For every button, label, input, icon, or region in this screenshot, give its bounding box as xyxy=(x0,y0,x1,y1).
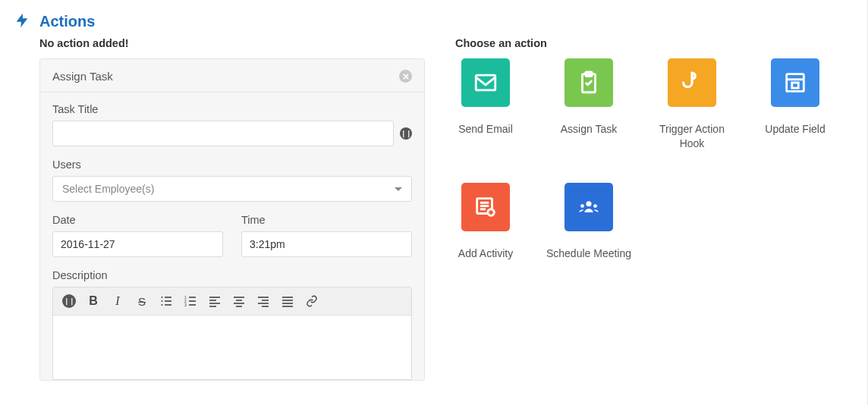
users-select[interactable]: Select Employee(s) xyxy=(52,176,412,202)
tile-label: Trigger Action Hook xyxy=(646,122,737,151)
task-title-field: Task Title ❘❘ xyxy=(52,103,412,146)
action-tile-send-email[interactable]: Send Email xyxy=(455,58,516,151)
action-tile-schedule-meeting[interactable]: Schedule Meeting xyxy=(558,183,619,261)
svg-point-0 xyxy=(162,297,163,298)
strikethrough-button[interactable]: S xyxy=(131,290,153,312)
users-field: Users Select Employee(s) xyxy=(52,159,412,202)
bold-button[interactable]: B xyxy=(82,290,105,312)
description-label: Description xyxy=(52,269,412,281)
bullet-list-button[interactable] xyxy=(155,290,178,312)
align-left-button[interactable] xyxy=(203,290,226,312)
lightning-icon xyxy=(14,12,30,31)
time-label: Time xyxy=(241,214,412,226)
tile-label: Send Email xyxy=(440,122,531,137)
chevron-down-icon xyxy=(395,187,402,191)
action-tile-add-activity[interactable]: Add Activity xyxy=(455,183,516,261)
date-label: Date xyxy=(52,214,223,226)
close-icon[interactable] xyxy=(399,70,412,83)
description-field: Description ❘❘ B I S 123 xyxy=(52,269,412,380)
page-title: Actions xyxy=(39,13,95,30)
editor-toolbar: ❘❘ B I S 123 xyxy=(53,287,411,316)
svg-point-42 xyxy=(580,204,584,208)
svg-rect-28 xyxy=(476,75,495,90)
tile-label: Schedule Meeting xyxy=(543,246,634,261)
hook-icon xyxy=(668,58,716,107)
task-title-input[interactable] xyxy=(52,121,394,146)
number-list-button[interactable]: 123 xyxy=(179,290,202,312)
svg-text:3: 3 xyxy=(184,303,187,307)
date-field: Date xyxy=(52,214,223,257)
no-action-label: No action added! xyxy=(39,37,425,49)
link-button[interactable] xyxy=(300,290,323,312)
envelope-icon xyxy=(461,58,510,107)
date-input[interactable] xyxy=(52,231,223,257)
list-plus-icon xyxy=(461,183,510,231)
tile-label: Add Activity xyxy=(440,246,531,261)
people-icon xyxy=(565,183,613,231)
task-title-label: Task Title xyxy=(52,103,412,115)
action-tile-update-field[interactable]: Update Field xyxy=(765,58,826,151)
assign-task-card: Assign Task Task Title ❘❘ Users Select E… xyxy=(39,58,425,381)
svg-point-43 xyxy=(593,204,597,208)
left-column: No action added! Assign Task Task Title … xyxy=(39,37,425,381)
users-label: Users xyxy=(52,159,412,171)
insert-tag-button[interactable]: ❘❘ xyxy=(58,290,80,312)
svg-rect-33 xyxy=(792,83,799,88)
choose-action-label: Choose an action xyxy=(455,37,854,49)
users-placeholder: Select Employee(s) xyxy=(62,183,154,195)
time-field: Time xyxy=(241,214,412,257)
right-column: Choose an action Send Email Assign Task … xyxy=(455,37,854,381)
tile-label: Update Field xyxy=(750,122,841,137)
svg-point-2 xyxy=(162,300,163,302)
card-title: Assign Task xyxy=(52,70,113,83)
align-center-button[interactable] xyxy=(228,290,250,312)
window-icon xyxy=(771,58,819,107)
svg-point-4 xyxy=(162,304,163,306)
page-header: Actions xyxy=(0,0,867,37)
description-editor: ❘❘ B I S 123 xyxy=(52,287,412,380)
card-header: Assign Task xyxy=(40,59,424,93)
action-tile-trigger-hook[interactable]: Trigger Action Hook xyxy=(662,58,722,151)
clipboard-check-icon xyxy=(565,58,613,107)
align-justify-button[interactable] xyxy=(276,290,299,312)
action-tile-assign-task[interactable]: Assign Task xyxy=(558,58,619,151)
time-input[interactable] xyxy=(241,231,412,257)
align-right-button[interactable] xyxy=(252,290,275,312)
tile-label: Assign Task xyxy=(543,122,634,137)
svg-point-41 xyxy=(586,201,591,206)
insert-tag-icon[interactable]: ❘❘ xyxy=(400,127,412,140)
italic-button[interactable]: I xyxy=(106,290,129,312)
description-textarea[interactable] xyxy=(53,316,411,379)
